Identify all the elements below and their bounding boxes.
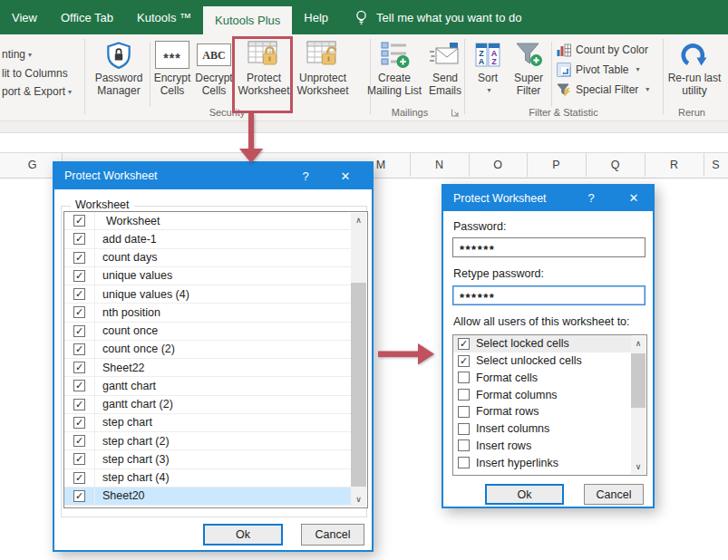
checkbox-checked[interactable]: ✓ bbox=[73, 306, 85, 318]
worksheet-list-rows: ✓Worksheet✓add date-1✓count days✓unique … bbox=[64, 212, 352, 506]
column-header-Q[interactable]: Q bbox=[586, 153, 645, 177]
help-button[interactable]: ? bbox=[579, 186, 603, 211]
password-input[interactable] bbox=[452, 237, 645, 257]
clipped-command[interactable]: nting▾ bbox=[2, 45, 72, 64]
checkbox-checked[interactable]: ✓ bbox=[73, 472, 85, 484]
worksheet-row-sheet20[interactable]: ✓Sheet20 bbox=[64, 488, 352, 506]
checkbox-checked[interactable]: ✓ bbox=[73, 270, 85, 282]
worksheet-row-step-chart-3-[interactable]: ✓step chart (3) bbox=[64, 450, 352, 468]
scroll-up-icon[interactable]: ∧ bbox=[351, 216, 366, 225]
decrypt-cells-button[interactable]: ABC Decrypt Cells bbox=[193, 38, 235, 97]
worksheet-scrollbar[interactable]: ∧ ∨ bbox=[351, 213, 366, 507]
send-emails-button[interactable]: Send Emails bbox=[424, 38, 466, 97]
tab-kutools-[interactable]: Kutools ™ bbox=[125, 0, 203, 34]
count-by-color-button[interactable]: Count by Color bbox=[557, 40, 648, 59]
cancel-button[interactable]: Cancel bbox=[301, 524, 364, 546]
worksheet-row-gantt-chart[interactable]: ✓gantt chart bbox=[64, 377, 352, 395]
scroll-down-icon[interactable]: ∨ bbox=[631, 462, 645, 471]
worksheet-row-gantt-chart-2-[interactable]: ✓gantt chart (2) bbox=[64, 396, 352, 414]
encrypt-cells-button[interactable]: *** Encrypt Cells bbox=[151, 38, 193, 97]
special-filter-button[interactable]: Special Filter ▾ bbox=[557, 80, 649, 99]
checkbox-checked[interactable]: ✓ bbox=[458, 355, 470, 367]
worksheet-row-step-chart[interactable]: ✓step chart bbox=[64, 414, 352, 432]
column-header-S[interactable]: S bbox=[704, 153, 728, 177]
super-filter-button[interactable]: Super Filter bbox=[508, 38, 549, 97]
pivot-table-button[interactable]: Pivot Table ▾ bbox=[557, 60, 640, 79]
worksheet-row-count-days[interactable]: ✓count days bbox=[64, 249, 352, 267]
column-header-R[interactable]: R bbox=[645, 153, 704, 177]
redo-arrow-icon bbox=[681, 38, 708, 72]
column-header-N[interactable]: N bbox=[410, 153, 470, 177]
checkbox-checked[interactable]: ✓ bbox=[73, 490, 85, 502]
checkbox-checked[interactable]: ✓ bbox=[73, 325, 85, 337]
worksheet-row-add-date-1[interactable]: ✓add date-1 bbox=[64, 230, 352, 248]
checkbox-cell: ✓ bbox=[64, 267, 95, 285]
worksheet-row-count-once-2-[interactable]: ✓count once (2) bbox=[64, 341, 352, 359]
worksheet-row-step-chart-2-[interactable]: ✓step chart (2) bbox=[64, 432, 352, 450]
worksheet-row-unique-values[interactable]: ✓unique values bbox=[64, 267, 352, 285]
tab-help[interactable]: Help bbox=[292, 0, 340, 34]
checkbox-unchecked[interactable] bbox=[458, 423, 470, 435]
tab-view[interactable]: View bbox=[0, 0, 49, 34]
close-button[interactable]: ✕ bbox=[332, 163, 359, 189]
checkbox-checked[interactable]: ✓ bbox=[73, 252, 85, 264]
cancel-button[interactable]: Cancel bbox=[584, 484, 644, 505]
permission-row-insert-rows[interactable]: Insert rows bbox=[453, 438, 632, 455]
checkbox-checked[interactable]: ✓ bbox=[73, 380, 85, 391]
checkbox-unchecked[interactable] bbox=[458, 406, 470, 418]
checkbox-unchecked[interactable] bbox=[458, 439, 470, 451]
checkbox-checked[interactable]: ✓ bbox=[73, 288, 85, 300]
checkbox-checked[interactable]: ✓ bbox=[73, 399, 85, 410]
clipped-command[interactable]: lit to Columns bbox=[2, 64, 72, 82]
ok-button[interactable]: Ok bbox=[203, 524, 283, 546]
dialog-titlebar: Protect Worksheet ? ✕ bbox=[54, 163, 372, 189]
scrollbar-thumb[interactable] bbox=[351, 283, 366, 487]
close-button[interactable]: ✕ bbox=[621, 186, 646, 211]
rerun-last-utility-button[interactable]: Re-run last utility bbox=[667, 38, 722, 97]
permission-row-insert-hyperlinks[interactable]: Insert hyperlinks bbox=[453, 454, 632, 471]
worksheet-row-worksheet[interactable]: ✓Worksheet bbox=[64, 212, 352, 230]
worksheet-row-unique-values-4-[interactable]: ✓unique values (4) bbox=[64, 285, 352, 304]
worksheet-row-count-once[interactable]: ✓count once bbox=[64, 323, 352, 341]
ok-button[interactable]: Ok bbox=[485, 484, 564, 505]
worksheet-row-step-chart-4-[interactable]: ✓step chart (4) bbox=[64, 469, 352, 488]
checkbox-checked[interactable]: ✓ bbox=[73, 215, 85, 227]
dialog-launcher-icon[interactable] bbox=[451, 108, 461, 118]
checkbox-unchecked[interactable] bbox=[458, 372, 470, 383]
retype-password-input[interactable] bbox=[452, 285, 645, 305]
sort-button[interactable]: Z A A Z Sort ▾ bbox=[470, 38, 506, 97]
checkbox-checked[interactable]: ✓ bbox=[458, 338, 470, 350]
permissions-scrollbar[interactable]: ∧ ∨ bbox=[631, 336, 645, 474]
column-header-O[interactable]: O bbox=[469, 153, 528, 177]
permission-row-select-unlocked-cells[interactable]: ✓Select unlocked cells bbox=[453, 352, 632, 370]
clipped-command[interactable]: port & Export▾ bbox=[2, 82, 72, 101]
permission-row-format-cells[interactable]: Format cells bbox=[453, 370, 632, 387]
checkbox-unchecked[interactable] bbox=[458, 457, 470, 468]
help-button[interactable]: ? bbox=[293, 163, 318, 189]
tab-office-tab[interactable]: Office Tab bbox=[49, 0, 125, 34]
permission-row-insert-columns[interactable]: Insert columns bbox=[453, 420, 632, 438]
checkbox-checked[interactable]: ✓ bbox=[73, 343, 85, 355]
permission-row-select-locked-cells[interactable]: ✓Select locked cells bbox=[453, 335, 632, 352]
checkbox-checked[interactable]: ✓ bbox=[73, 453, 85, 465]
scroll-down-icon[interactable]: ∨ bbox=[351, 495, 366, 504]
checkbox-checked[interactable]: ✓ bbox=[73, 417, 85, 429]
checkbox-cell: ✓ bbox=[64, 396, 95, 413]
create-mailing-list-button[interactable]: Create Mailing List bbox=[366, 38, 422, 97]
permission-row-format-rows[interactable]: Format rows bbox=[453, 403, 632, 420]
tell-me[interactable]: Tell me what you want to do bbox=[354, 0, 521, 34]
checkbox-checked[interactable]: ✓ bbox=[73, 233, 85, 245]
scrollbar-thumb[interactable] bbox=[631, 353, 645, 408]
checkbox-checked[interactable]: ✓ bbox=[73, 362, 85, 373]
scroll-up-icon[interactable]: ∧ bbox=[631, 339, 645, 348]
checkbox-unchecked[interactable] bbox=[458, 389, 470, 401]
column-header-P[interactable]: P bbox=[527, 153, 587, 177]
worksheet-row-nth-position[interactable]: ✓nth position bbox=[64, 304, 352, 322]
worksheet-row-sheet22[interactable]: ✓Sheet22 bbox=[64, 359, 352, 377]
password-manager-button[interactable]: Password Manager bbox=[89, 38, 149, 97]
unprotect-worksheet-button[interactable]: Unprotect Worksheet bbox=[294, 38, 352, 97]
checkbox-checked[interactable]: ✓ bbox=[73, 435, 85, 447]
tab-kutools-plus[interactable]: Kutools Plus bbox=[203, 6, 292, 34]
shield-lock-icon bbox=[106, 38, 131, 72]
permission-row-format-columns[interactable]: Format columns bbox=[453, 386, 632, 403]
